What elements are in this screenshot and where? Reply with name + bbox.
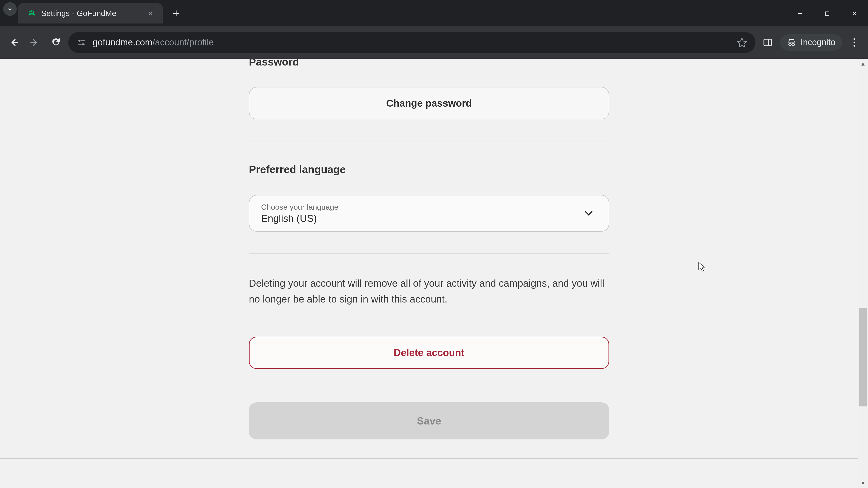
address-bar[interactable]: gofundme.com/account/profile bbox=[68, 32, 755, 53]
browser-tab[interactable]: Settings - GoFundMe bbox=[18, 3, 163, 24]
new-tab-button[interactable]: + bbox=[168, 5, 184, 21]
browser-toolbar: gofundme.com/account/profile Incognito bbox=[0, 26, 868, 59]
browser-menu-button[interactable] bbox=[845, 33, 864, 52]
maximize-icon bbox=[824, 10, 831, 17]
svg-rect-3 bbox=[826, 12, 829, 15]
language-select[interactable]: Choose your language English (US) bbox=[249, 195, 609, 232]
delete-account-description: Deleting your account will remove all of… bbox=[249, 275, 609, 307]
chevron-down-icon bbox=[6, 6, 13, 12]
close-icon bbox=[851, 10, 858, 17]
language-section-label: Preferred language bbox=[249, 163, 609, 175]
close-tab-button[interactable] bbox=[145, 8, 156, 19]
incognito-badge[interactable]: Incognito bbox=[780, 34, 842, 51]
scrollbar[interactable]: ▲ ▼ bbox=[858, 59, 868, 488]
tab-title: Settings - GoFundMe bbox=[41, 9, 145, 18]
minimize-button[interactable] bbox=[786, 7, 814, 20]
gofundme-favicon-icon bbox=[27, 9, 36, 18]
site-settings-icon[interactable] bbox=[76, 37, 86, 47]
bookmark-button[interactable] bbox=[737, 37, 747, 48]
section-divider bbox=[249, 253, 609, 254]
svg-point-8 bbox=[792, 43, 795, 46]
page-content: Password Change password Preferred langu… bbox=[0, 59, 858, 488]
scroll-down-button[interactable]: ▼ bbox=[858, 478, 868, 488]
svg-rect-0 bbox=[29, 10, 31, 13]
svg-point-4 bbox=[79, 40, 81, 41]
svg-rect-1 bbox=[31, 10, 32, 12]
tab-search-dropdown[interactable] bbox=[3, 2, 17, 16]
forward-button[interactable] bbox=[26, 33, 44, 52]
arrow-left-icon bbox=[8, 37, 20, 48]
language-select-hint: Choose your language bbox=[261, 203, 338, 212]
svg-rect-6 bbox=[764, 39, 771, 46]
svg-point-7 bbox=[789, 43, 791, 46]
delete-account-button[interactable]: Delete account bbox=[249, 337, 609, 369]
password-section-label: Password bbox=[249, 59, 609, 68]
svg-point-10 bbox=[854, 41, 855, 43]
scroll-up-button[interactable]: ▲ bbox=[858, 59, 868, 69]
close-icon bbox=[147, 10, 154, 17]
incognito-icon bbox=[786, 37, 797, 47]
url-text: gofundme.com/account/profile bbox=[93, 37, 730, 47]
browser-titlebar: Settings - GoFundMe + bbox=[0, 0, 868, 26]
side-panel-button[interactable] bbox=[758, 33, 777, 52]
scroll-thumb[interactable] bbox=[859, 308, 867, 406]
window-controls bbox=[786, 0, 868, 26]
incognito-label: Incognito bbox=[801, 37, 835, 47]
save-button[interactable]: Save bbox=[249, 402, 609, 440]
minimize-icon bbox=[797, 10, 804, 17]
svg-point-11 bbox=[854, 45, 855, 46]
language-select-value: English (US) bbox=[261, 213, 338, 224]
maximize-button[interactable] bbox=[814, 7, 841, 20]
arrow-right-icon bbox=[29, 37, 41, 48]
change-password-button[interactable]: Change password bbox=[249, 87, 609, 119]
kebab-menu-icon bbox=[853, 37, 856, 47]
chevron-down-icon bbox=[583, 207, 595, 220]
close-window-button[interactable] bbox=[841, 7, 868, 20]
svg-rect-2 bbox=[33, 11, 35, 13]
reload-icon bbox=[51, 37, 61, 48]
svg-point-5 bbox=[82, 43, 84, 45]
panel-icon bbox=[763, 37, 773, 47]
star-icon bbox=[737, 37, 747, 48]
footer-divider bbox=[0, 458, 858, 459]
back-button[interactable] bbox=[4, 33, 23, 52]
section-divider bbox=[249, 141, 609, 141]
reload-button[interactable] bbox=[47, 33, 65, 52]
svg-point-9 bbox=[854, 38, 855, 40]
